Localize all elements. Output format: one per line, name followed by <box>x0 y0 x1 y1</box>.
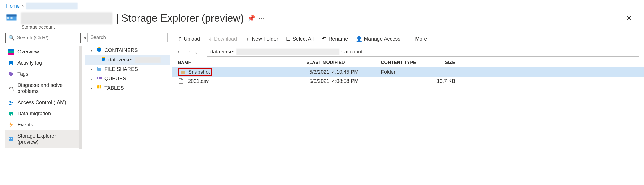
nav-label: Storage Explorer (preview) <box>17 133 77 145</box>
tree-queues[interactable]: ▸ QUEUES <box>85 74 170 83</box>
select-all-button[interactable]: ☐Select All <box>286 36 314 42</box>
nav-back-icon[interactable]: ← <box>177 48 182 55</box>
caret-down-icon: ▾ <box>91 49 94 53</box>
path-breadcrumb[interactable]: dataverse- › account <box>207 47 639 57</box>
column-size[interactable]: SIZE <box>429 60 455 65</box>
file-type: Folder <box>381 69 429 75</box>
nav-label: Data migration <box>17 111 51 117</box>
nav-storage-explorer[interactable]: Storage Explorer (preview) <box>5 130 80 148</box>
tool-label: Select All <box>292 36 314 42</box>
tree-file-shares[interactable]: ▸ FILE SHARES <box>85 65 170 74</box>
search-field[interactable] <box>17 35 78 41</box>
svg-rect-4 <box>8 49 14 51</box>
tool-label: More <box>415 36 427 42</box>
nav-history-icon[interactable]: ⌄ <box>194 48 199 55</box>
breadcrumb: Home › <box>0 0 644 9</box>
search-icon: 🔍 <box>9 35 15 41</box>
svg-line-11 <box>13 89 14 90</box>
tree-search-field[interactable] <box>90 35 165 40</box>
breadcrumb-resource-blurred[interactable] <box>26 3 78 9</box>
breadcrumb-sep: › <box>22 3 24 9</box>
nav-up-icon[interactable]: ↑ <box>201 48 204 55</box>
tool-label: Download <box>214 36 237 42</box>
container-name-blurred <box>135 57 161 63</box>
new-folder-button[interactable]: ＋New Folder <box>245 35 278 42</box>
path-segment[interactable]: dataverse- <box>210 49 235 55</box>
tool-label: Rename <box>328 36 348 42</box>
activity-log-icon <box>8 60 14 66</box>
tree-label: CONTAINERS <box>104 47 138 53</box>
tables-icon <box>96 85 102 92</box>
caret-right-icon: ▸ <box>91 86 94 90</box>
svg-rect-9 <box>10 63 13 63</box>
more-icon[interactable]: ⋯ <box>259 15 265 22</box>
access-control-icon <box>8 100 14 106</box>
tree-label: QUEUES <box>104 76 126 82</box>
nav-overview[interactable]: Overview <box>5 46 80 57</box>
nav-activity-log[interactable]: Activity log <box>5 57 80 69</box>
nav-label: Diagnose and solve problems <box>17 82 77 94</box>
manage-access-button[interactable]: 👤Manage Access <box>356 36 400 42</box>
rename-button[interactable]: 🏷Rename <box>322 36 348 42</box>
nav-access-control[interactable]: Access Control (IAM) <box>5 97 80 108</box>
tree-search-input[interactable] <box>87 33 168 42</box>
tree-containers[interactable]: ▾ CONTAINERS <box>85 46 170 55</box>
svg-point-12 <box>9 101 11 103</box>
toolbar: ⇡Upload ⇣Download ＋New Folder ☐Select Al… <box>172 33 644 45</box>
nav-tags[interactable]: Tags <box>5 69 80 80</box>
svg-rect-6 <box>8 53 14 55</box>
search-input[interactable]: 🔍 <box>5 33 81 43</box>
more-button[interactable]: ⋯More <box>408 36 427 42</box>
rename-icon: 🏷 <box>322 36 327 42</box>
tree-label: TABLES <box>104 85 124 91</box>
nav-data-migration[interactable]: Data migration <box>5 108 80 119</box>
left-nav: 🔍 « Overview Activity log Tags Diagnose … <box>0 33 83 182</box>
nav-diagnose[interactable]: Diagnose and solve problems <box>5 80 80 97</box>
nav-scrollbar[interactable] <box>79 46 82 149</box>
file-name: 2021.csv <box>188 78 209 84</box>
file-icon <box>178 78 184 84</box>
svg-rect-10 <box>10 64 12 65</box>
tree-tables[interactable]: ▸ TABLES <box>85 83 170 93</box>
queues-icon <box>96 75 102 82</box>
path-segment[interactable]: account <box>344 49 362 55</box>
download-button[interactable]: ⇣Download <box>208 36 237 42</box>
data-migration-icon <box>8 111 14 117</box>
nav-events[interactable]: Events <box>5 119 80 130</box>
tree-label: FILE SHARES <box>104 66 138 72</box>
svg-rect-3 <box>11 17 13 19</box>
diagnose-icon <box>8 85 14 91</box>
file-modified: 5/3/2021, 4:10:45 PM <box>309 69 381 75</box>
storage-account-icon <box>5 11 17 25</box>
upload-button[interactable]: ⇡Upload <box>178 36 200 42</box>
svg-rect-8 <box>10 62 13 62</box>
column-name[interactable]: NAMEʌ <box>178 60 309 65</box>
file-size: 13.7 KB <box>429 78 455 84</box>
tags-icon <box>8 71 14 77</box>
path-row: ← → ⌄ ↑ dataverse- › account <box>172 45 644 58</box>
pin-icon[interactable]: 📌 <box>247 15 255 22</box>
nav-label: Tags <box>17 71 28 77</box>
tree-container-item[interactable]: dataverse- <box>85 55 170 65</box>
tool-label: New Folder <box>252 36 278 42</box>
person-icon: 👤 <box>356 36 362 42</box>
nav-label: Overview <box>17 49 39 55</box>
table-header: NAMEʌ LAST MODIFIED CONTENT TYPE SIZE <box>172 58 644 67</box>
breadcrumb-home[interactable]: Home <box>6 3 20 9</box>
containers-icon <box>96 47 102 54</box>
download-icon: ⇣ <box>208 36 212 42</box>
svg-rect-25 <box>100 77 102 79</box>
svg-rect-22 <box>98 69 101 69</box>
nav-label: Access Control (IAM) <box>17 100 66 106</box>
column-modified[interactable]: LAST MODIFIED <box>309 60 381 65</box>
close-icon[interactable]: ✕ <box>619 11 639 25</box>
resource-name-blurred <box>21 12 112 24</box>
column-content-type[interactable]: CONTENT TYPE <box>381 60 429 65</box>
file-row-file[interactable]: 2021.csv 5/3/2021, 4:08:58 PM 13.7 KB <box>172 77 644 86</box>
file-row-folder[interactable]: Snapshot 5/3/2021, 4:10:45 PM Folder <box>172 67 644 77</box>
svg-rect-17 <box>11 138 12 139</box>
svg-rect-21 <box>98 67 101 68</box>
events-icon <box>8 122 14 128</box>
nav-forward-icon[interactable]: → <box>185 48 191 55</box>
file-shares-icon <box>96 66 102 73</box>
